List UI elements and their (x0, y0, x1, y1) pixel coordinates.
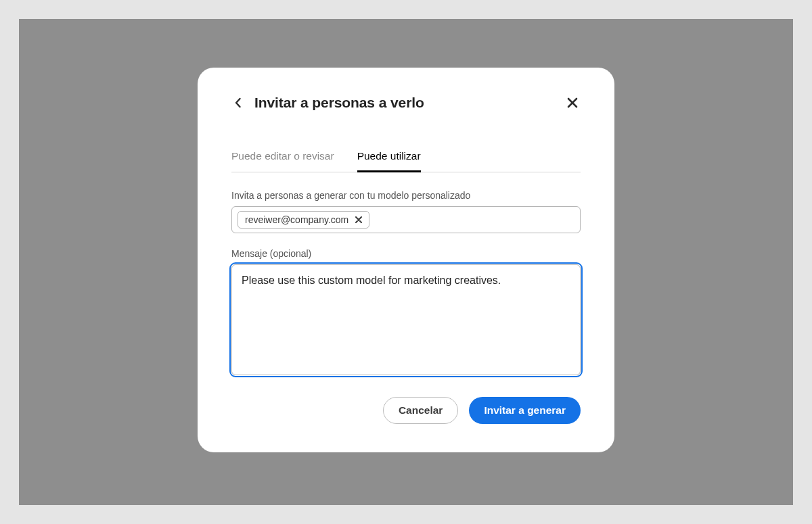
title-wrap: Invitar a personas a verlo (231, 95, 424, 111)
back-button[interactable] (231, 96, 245, 110)
modal-header: Invitar a personas a verlo (231, 95, 581, 111)
tab-edit-review[interactable]: Puede editar o revisar (231, 143, 334, 172)
close-button[interactable] (564, 95, 581, 111)
close-icon (355, 216, 362, 223)
chevron-left-icon (234, 97, 242, 108)
email-chip-text: reveiwer@company.com (245, 214, 348, 225)
chip-remove-button[interactable] (354, 215, 363, 224)
modal-title: Invitar a personas a verlo (254, 95, 424, 111)
message-textarea[interactable] (231, 264, 581, 375)
message-label: Mensaje (opcional) (231, 248, 581, 259)
email-chip: reveiwer@company.com (238, 211, 369, 229)
invite-email-input[interactable]: reveiwer@company.com (231, 206, 581, 233)
tab-can-use[interactable]: Puede utilizar (357, 143, 421, 172)
invite-label: Invita a personas a generar con tu model… (231, 190, 581, 201)
email-text-input[interactable] (374, 214, 574, 225)
permission-tabs: Puede editar o revisar Puede utilizar (231, 143, 581, 172)
cancel-button[interactable]: Cancelar (383, 397, 458, 424)
modal-actions: Cancelar Invitar a generar (231, 397, 581, 424)
invite-generate-button[interactable]: Invitar a generar (469, 397, 581, 424)
invite-modal: Invitar a personas a verlo Puede editar … (198, 68, 614, 452)
close-icon (567, 97, 578, 108)
